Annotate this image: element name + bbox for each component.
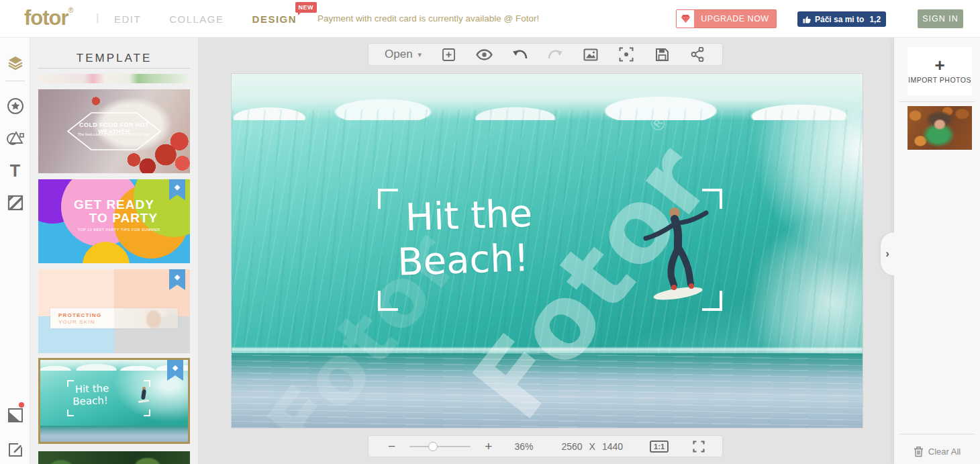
model-photo [114,308,178,328]
corner-bracket [67,380,74,387]
zoom-out-button[interactable]: − [386,439,397,454]
canvas-heading-text[interactable]: Hit the Beach! [405,191,535,285]
template-thumb-skin[interactable]: PROTECTING YOUR SKIN ◆ [38,269,190,353]
nav-design[interactable]: DESIGN NEW [252,13,297,25]
import-photos-button[interactable]: + IMPORT PHOTOS [908,47,972,95]
template-thumb-cold-food[interactable]: COLD FOOD FOR HOT WEATHER The best cooki… [38,89,190,173]
tool-rail: T [0,38,30,464]
zoom-in-button[interactable]: + [483,439,494,454]
corner-bracket [144,410,150,416]
panel-divider [899,101,975,102]
preview-eye-button[interactable] [475,46,493,63]
panel-divider [899,434,975,434]
template-title-block: PROTECTING YOUR SKIN [50,308,178,328]
panel-collapse-handle[interactable]: › [881,232,894,275]
logo-registered-mark: ® [68,6,74,14]
zoom-percent: 36% [514,441,540,452]
nav-divider: | [96,11,99,25]
nav-collage[interactable]: COLLAGE [169,13,224,25]
insert-image-button[interactable] [582,46,599,63]
corner-bracket [702,189,722,209]
header: fotor® | EDIT COLLAGE DESIGN NEW Payment… [0,0,980,38]
notification-dot [19,402,24,408]
rail-divider [5,81,25,81]
sign-in-button[interactable]: SIGN IN [918,9,963,28]
canvas-dimensions: 2560 X 1440 [561,441,623,452]
corner-bracket [67,410,74,416]
fotor-logo[interactable]: fotor® [24,6,74,30]
chevron-right-icon: › [885,247,889,261]
nav-edit[interactable]: EDIT [114,13,141,25]
new-badge: NEW [295,2,317,13]
clipart-icon[interactable] [0,404,30,426]
template-title-block: GET READY TO PARTY TOP 10 BEST PARTY TIP… [38,197,190,232]
corner-bracket [378,189,398,209]
clear-all-button[interactable]: Clear All [894,446,980,457]
corner-bracket [702,291,722,311]
background-icon[interactable] [0,192,30,214]
template-panel-title: TEMPLATE [30,52,198,65]
gem-icon [677,10,694,28]
share-button[interactable] [689,46,706,63]
imported-photo-thumbnail[interactable] [908,106,972,150]
template-subtitle: The best cooking advice sent directly to… [67,132,161,136]
template-title-block: Hit the Beach! [75,382,109,408]
feedback-icon[interactable] [0,439,30,461]
photos-panel: + IMPORT PHOTOS Clear All [894,38,980,464]
template-thumb-party[interactable]: GET READY TO PARTY TOP 10 BEST PARTY TIP… [38,179,190,263]
zoom-slider-track[interactable] [409,446,471,447]
facebook-like-button[interactable]: Páči sa mi to 1,2 [797,11,886,27]
dimension-separator: X [589,441,595,452]
redo-button[interactable] [546,46,564,63]
undo-button[interactable] [511,46,528,63]
add-canvas-button[interactable] [440,46,457,63]
design-canvas[interactable]: Fotor Fotor® Hit the Beach! [232,74,863,428]
canvas-height: 1440 [602,441,623,452]
like-count: 1,2 [869,15,881,24]
thumbs-up-icon [803,15,812,24]
corner-bracket [144,380,150,387]
canvas-width: 2560 [561,441,582,452]
screenshot-focus-button[interactable] [618,46,635,63]
canvas-toolbar: Open ▾ [368,43,723,66]
layers-icon[interactable] [0,52,30,74]
open-dropdown[interactable]: Open ▾ [385,48,422,61]
hexagon-frame: COLD FOOD FOR HOT WEATHER The best cooki… [67,112,161,150]
shapes-icon[interactable] [0,128,30,149]
main-nav: EDIT COLLAGE DESIGN NEW [114,0,297,38]
text-tool-icon[interactable]: T [0,160,30,181]
save-button[interactable] [653,46,671,63]
fotor-design-app: fotor® | EDIT COLLAGE DESIGN NEW Payment… [0,0,980,464]
template-panel: TEMPLATE COLD FOOD FOR HOT WEATHER The b… [30,38,198,464]
fullscreen-button[interactable] [693,440,705,453]
actual-size-button[interactable]: 1:1 [650,440,669,453]
template-divider [38,68,190,68]
surfer-art [138,387,149,404]
foam-art [40,360,188,371]
caret-down-icon: ▾ [418,50,422,59]
zoom-bar: − + 36% 2560 X 1440 1:1 [368,435,723,457]
featured-star-icon[interactable] [0,95,30,117]
trash-icon [914,446,924,457]
zoom-slider-handle[interactable] [428,442,438,451]
water-art [40,426,188,442]
promo-notice: Payment with credit card is currently av… [317,13,539,24]
template-thumb-beach-selected[interactable]: Hit the Beach! ◆ [38,358,190,444]
zoom-slider[interactable] [409,442,471,451]
corner-bracket [378,291,398,311]
template-thumb-leaves-partial[interactable] [38,451,190,464]
template-thumb-partial[interactable] [38,74,190,83]
upgrade-now-button[interactable]: UPGRADE NOW [676,9,777,28]
plus-icon: + [934,58,944,73]
